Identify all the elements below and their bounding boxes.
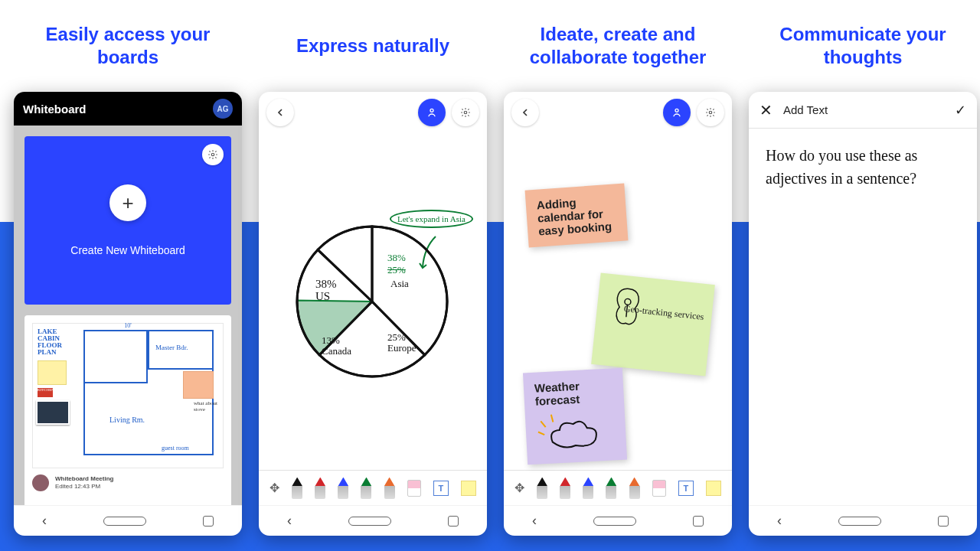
phone-sticky-notes: Adding calendar for easy booking Geo-tra… bbox=[504, 92, 732, 536]
nav-recent-icon[interactable] bbox=[693, 516, 704, 527]
board-title: Whiteboard Meeting bbox=[55, 475, 113, 483]
eraser-tool[interactable] bbox=[652, 480, 666, 497]
caption-2: Express naturally bbox=[289, 0, 457, 92]
android-navbar: ‹ bbox=[504, 505, 732, 536]
close-icon[interactable]: ✕ bbox=[760, 101, 773, 119]
pen-tool[interactable] bbox=[537, 478, 547, 499]
board-author-avatar bbox=[32, 474, 49, 491]
caption-3: Ideate, create and collaborate together bbox=[504, 0, 732, 92]
phone-boards-list: Whiteboard AG + Create New Whiteboard 10… bbox=[14, 92, 242, 536]
move-tool-icon[interactable]: ✥ bbox=[270, 481, 279, 495]
nav-home-icon[interactable] bbox=[103, 517, 146, 526]
sticky-note-tool[interactable] bbox=[706, 481, 721, 496]
board-subtitle: Edited 12:43 PM bbox=[55, 483, 113, 491]
drawing-toolbar: ✥T bbox=[504, 470, 732, 505]
board-thumbnail: 10' LAKE CABIN FLOOR PLAN Master Bdr. Li… bbox=[32, 323, 224, 468]
create-label: Create New Whiteboard bbox=[70, 244, 185, 256]
back-button[interactable] bbox=[266, 99, 294, 126]
svg-point-4 bbox=[675, 109, 678, 112]
pie-chart bbox=[288, 217, 456, 386]
back-button[interactable] bbox=[511, 99, 539, 126]
share-button[interactable] bbox=[663, 99, 691, 126]
phone-canvas-pie: Let's expand in Asia 38%US 38% 25% Asia … bbox=[259, 92, 487, 536]
caption-4: Communicate your thoughts bbox=[749, 0, 977, 92]
svg-line-9 bbox=[541, 421, 545, 427]
move-tool-icon[interactable]: ✥ bbox=[514, 481, 524, 495]
pen-tool[interactable] bbox=[384, 478, 395, 499]
plus-icon[interactable]: + bbox=[109, 184, 146, 221]
eraser-tool[interactable] bbox=[407, 480, 421, 497]
nav-back-icon[interactable]: ‹ bbox=[42, 513, 47, 529]
pen-tool[interactable] bbox=[315, 478, 325, 499]
android-navbar: ‹ bbox=[259, 505, 487, 536]
android-navbar: ‹ bbox=[14, 505, 242, 536]
whiteboard-canvas[interactable]: Adding calendar for easy booking Geo-tra… bbox=[504, 133, 732, 470]
pen-tool[interactable] bbox=[292, 478, 302, 499]
nav-back-icon[interactable]: ‹ bbox=[287, 513, 292, 529]
nav-recent-icon[interactable] bbox=[203, 516, 214, 527]
sticky-note[interactable]: Weather forecast bbox=[523, 368, 627, 465]
nav-recent-icon[interactable] bbox=[448, 516, 459, 527]
text-tool[interactable]: T bbox=[433, 481, 449, 496]
pen-tool[interactable] bbox=[361, 478, 371, 499]
android-navbar: ‹ bbox=[749, 505, 977, 536]
settings-button[interactable] bbox=[452, 99, 479, 126]
nav-back-icon[interactable]: ‹ bbox=[532, 513, 537, 529]
svg-line-8 bbox=[538, 432, 544, 435]
whiteboard-canvas[interactable]: Let's expand in Asia 38%US 38% 25% Asia … bbox=[259, 133, 487, 470]
pen-tool[interactable] bbox=[629, 478, 640, 499]
phone-add-text: ✕ Add Text ✓ How do you use these as adj… bbox=[749, 92, 977, 536]
settings-button[interactable] bbox=[697, 99, 724, 126]
sticky-note[interactable]: Adding calendar for easy booking bbox=[525, 184, 629, 248]
nav-home-icon[interactable] bbox=[348, 517, 391, 526]
pen-tool[interactable] bbox=[583, 478, 593, 499]
drawing-toolbar: ✥T bbox=[259, 470, 487, 505]
svg-point-0 bbox=[211, 153, 214, 156]
pen-tool[interactable] bbox=[560, 478, 570, 499]
share-button[interactable] bbox=[418, 99, 446, 126]
confirm-icon[interactable]: ✓ bbox=[955, 102, 966, 119]
nav-home-icon[interactable] bbox=[838, 517, 881, 526]
svg-point-1 bbox=[430, 109, 433, 112]
nav-recent-icon[interactable] bbox=[938, 516, 949, 527]
sticky-note[interactable]: Geo-tracking services bbox=[591, 272, 715, 376]
pen-tool[interactable] bbox=[606, 478, 616, 499]
app-header: Whiteboard AG bbox=[14, 92, 242, 126]
nav-home-icon[interactable] bbox=[593, 517, 636, 526]
svg-point-5 bbox=[709, 111, 712, 114]
caption-1: Easily access your boards bbox=[14, 0, 242, 92]
dialog-title: Add Text bbox=[783, 103, 955, 116]
text-input-area[interactable]: How do you use these as adjectives in a … bbox=[749, 129, 977, 505]
pen-tool[interactable] bbox=[338, 478, 348, 499]
text-tool[interactable]: T bbox=[678, 481, 694, 496]
svg-point-2 bbox=[464, 111, 467, 114]
sticky-note-tool[interactable] bbox=[461, 481, 476, 496]
board-card[interactable]: 10' LAKE CABIN FLOOR PLAN Master Bdr. Li… bbox=[24, 315, 231, 505]
app-title: Whiteboard bbox=[23, 103, 87, 116]
svg-line-10 bbox=[551, 415, 554, 422]
user-avatar[interactable]: AG bbox=[213, 99, 233, 119]
nav-back-icon[interactable]: ‹ bbox=[777, 513, 782, 529]
gear-icon[interactable] bbox=[202, 144, 224, 165]
create-whiteboard-card[interactable]: + Create New Whiteboard bbox=[24, 136, 231, 305]
